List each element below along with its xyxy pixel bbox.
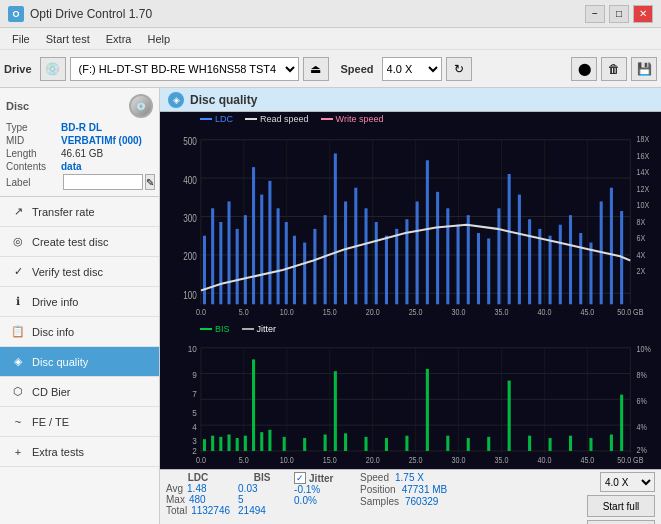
svg-rect-130 [620,395,623,451]
extra-tests-icon: + [10,444,26,460]
svg-rect-56 [579,233,582,304]
menu-help[interactable]: Help [139,31,178,47]
extra-tests-label: Extra tests [32,446,84,458]
start-part-button[interactable]: Start part [587,520,655,524]
jitter-max: 0.0% [294,495,352,506]
quality-header: ◈ Disc quality [160,88,661,112]
total-label: Total [166,505,187,516]
svg-rect-54 [559,225,562,305]
svg-text:18X: 18X [636,133,649,144]
disc-quality-label: Disc quality [32,356,88,368]
drive-select[interactable]: (F:) HL-DT-ST BD-RE WH16NS58 TST4 [70,57,299,81]
svg-text:14X: 14X [636,166,649,177]
menu-start-test[interactable]: Start test [38,31,98,47]
svg-rect-119 [405,436,408,451]
erase-button[interactable]: 🗑 [601,57,627,81]
jitter-checkbox[interactable]: ✓ [294,472,306,484]
mid-key: MID [6,135,61,146]
record-button[interactable]: ⬤ [571,57,597,81]
svg-rect-19 [219,222,222,304]
length-value: 46.61 GB [61,148,103,159]
label-edit-button[interactable]: ✎ [145,174,155,190]
svg-text:12X: 12X [636,183,649,194]
app-icon: O [8,6,24,22]
speed-select[interactable]: 4.0 X [382,57,442,81]
bottom-chart: BIS Jitter [160,322,661,469]
save-button[interactable]: 💾 [631,57,657,81]
refresh-button[interactable]: ↻ [446,57,472,81]
svg-text:9: 9 [192,370,197,381]
svg-text:10: 10 [188,344,197,355]
svg-text:10%: 10% [636,345,650,355]
svg-text:15.0: 15.0 [323,306,337,317]
svg-rect-29 [303,243,306,305]
svg-rect-128 [589,438,592,451]
disc-info-label: Disc info [32,326,74,338]
bis-max: 5 [238,494,286,505]
svg-text:100: 100 [183,289,197,301]
svg-text:7: 7 [192,388,197,399]
svg-rect-121 [446,436,449,451]
stats-speed-select[interactable]: 4.0 X [600,472,655,492]
close-button[interactable]: ✕ [633,5,653,23]
svg-text:10.0: 10.0 [280,455,294,465]
sidebar-item-disc-info[interactable]: 📋 Disc info [0,317,159,347]
menu-file[interactable]: File [4,31,38,47]
svg-rect-42 [436,192,439,304]
drive-info-icon: ℹ [10,294,26,310]
svg-rect-51 [528,219,531,304]
menu-extra[interactable]: Extra [98,31,140,47]
sidebar-item-extra-tests[interactable]: + Extra tests [0,437,159,467]
svg-rect-125 [528,436,531,451]
svg-rect-108 [244,436,247,451]
ldc-header: LDC [166,472,230,483]
legend-jitter: Jitter [257,324,277,334]
svg-text:2%: 2% [636,446,646,456]
sidebar-item-disc-quality[interactable]: ◈ Disc quality [0,347,159,377]
fe-te-icon: ~ [10,414,26,430]
svg-rect-115 [334,371,337,451]
eject-button[interactable]: ⏏ [303,57,329,81]
label-key: Label [6,177,61,188]
svg-rect-45 [467,215,470,304]
main-area: Disc 💿 Type BD-R DL MID VERBATIMf (000) … [0,88,661,524]
sidebar-item-create-test-disc[interactable]: ◎ Create test disc [0,227,159,257]
create-test-disc-label: Create test disc [32,236,108,248]
position-key: Position [360,484,396,495]
maximize-button[interactable]: □ [609,5,629,23]
svg-rect-36 [375,222,378,304]
svg-rect-24 [260,195,263,305]
svg-rect-31 [324,215,327,304]
start-full-button[interactable]: Start full [587,495,655,517]
svg-rect-44 [457,225,460,305]
cd-bier-label: CD Bier [32,386,71,398]
top-chart: LDC Read speed Write speed [160,112,661,322]
svg-text:5.0: 5.0 [239,455,249,465]
mid-value: VERBATIMf (000) [61,135,142,146]
bis-avg: 0.03 [238,483,286,494]
svg-rect-55 [569,215,572,304]
sidebar-item-verify-test-disc[interactable]: ✓ Verify test disc [0,257,159,287]
sidebar-item-fe-te[interactable]: ~ FE / TE [0,407,159,437]
titlebar: O Opti Drive Control 1.70 − □ ✕ [0,0,661,28]
svg-rect-122 [467,438,470,451]
svg-rect-129 [610,435,613,451]
samples-key: Samples [360,496,399,507]
svg-rect-46 [477,233,480,304]
svg-rect-127 [569,436,572,451]
minimize-button[interactable]: − [585,5,605,23]
svg-rect-114 [324,435,327,451]
svg-rect-103 [203,439,206,451]
disc-info-icon: 📋 [10,324,26,340]
svg-rect-126 [549,438,552,451]
sidebar-item-cd-bier[interactable]: ⬡ CD Bier [0,377,159,407]
svg-rect-35 [364,208,367,304]
sidebar-item-drive-info[interactable]: ℹ Drive info [0,287,159,317]
label-input[interactable] [63,174,143,190]
svg-text:3: 3 [192,435,197,446]
legend-bis: BIS [215,324,230,334]
speed-label: Speed [341,63,374,75]
svg-rect-37 [385,236,388,305]
jitter-header: Jitter [309,473,333,484]
sidebar-item-transfer-rate[interactable]: ↗ Transfer rate [0,197,159,227]
